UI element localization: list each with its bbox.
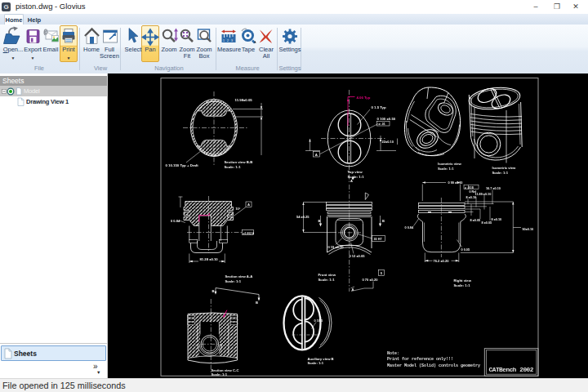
svg-text:16.7 ±0.10: 16.7 ±0.10 [486,187,501,190]
svg-text:Scale: 1:1: Scale: 1:1 [438,167,454,171]
svg-text:0 0.84: 0 0.84 [405,226,414,229]
svg-text:Isometric view: Isometric view [492,166,517,170]
svg-text:B: B [212,289,215,293]
svg-text:Auxiliary view B: Auxiliary view B [308,357,334,361]
svg-text:B: B [382,219,385,223]
svg-text:76.2 ±0.20: 76.2 ±0.20 [434,259,450,263]
svg-text:0 0.05: 0 0.05 [461,248,470,252]
svg-text:Scale: 1:1: Scale: 1:1 [308,361,324,365]
svg-text:30 H7: 30 H7 [374,238,382,241]
svg-text:Right view: Right view [454,278,472,283]
svg-text:8 ±0.05: 8 ±0.05 [482,221,492,225]
svg-text:0 0.84: 0 0.84 [171,219,180,223]
svg-text:A: A [315,153,318,157]
svg-text:A: A [350,179,353,183]
svg-text:0 1.5 Typ: 0 1.5 Typ [372,105,386,109]
svg-text:11.98±0.05: 11.98±0.05 [235,98,253,102]
svg-text:CATBench 2002: CATBench 2002 [489,367,534,373]
svg-text:11.89 ±0.10: 11.89 ±0.10 [475,193,492,196]
svg-text:Section view B-B: Section view B-B [225,160,253,164]
svg-text:Scale: 1:1: Scale: 1:1 [454,283,471,287]
svg-text:8 ±0.10: 8 ±0.10 [492,218,502,221]
svg-text:2: 2 [227,39,229,42]
svg-text:⌀1.002 A: ⌀1.002 A [243,232,255,235]
svg-text:3: 3 [231,39,233,42]
svg-text:8 ±0.05: 8 ±0.05 [470,219,481,222]
svg-text:Front view: Front view [318,273,336,277]
svg-text:0 99 ±0.10: 0 99 ±0.10 [448,181,463,185]
svg-text:Scale: 1:1: Scale: 1:1 [492,171,509,175]
svg-text:Scale: 1:1: Scale: 1:1 [212,372,228,376]
svg-text:Scale: 1:1: Scale: 1:1 [225,279,242,283]
svg-text:1: 1 [223,39,225,42]
svg-text:0 19 ±0.10: 0 19 ±0.10 [328,245,345,249]
svg-text:⌀ .01: ⌀ .01 [379,122,385,126]
svg-text:10°: 10° [236,207,241,211]
svg-text:Scale: 1:1: Scale: 1:1 [225,165,242,169]
svg-text:Master Model (Solid) controls: Master Model (Solid) controls geometry [387,363,480,368]
svg-text:A: A [247,203,250,207]
svg-text:0 12 ±0.05: 0 12 ±0.05 [350,254,366,258]
svg-text:5: 5 [381,271,383,275]
svg-text:22±0.10: 22±0.10 [382,140,394,144]
svg-text:0 100 ±0.50: 0 100 ±0.50 [377,117,396,121]
svg-text:Scale: 1:1: Scale: 1:1 [318,278,336,282]
svg-text:⌀ .05 B: ⌀ .05 B [465,186,474,189]
svg-text:Note:: Note: [387,351,399,356]
svg-text:Top view: Top view [348,170,363,174]
svg-text:Section view A-A: Section view A-A [225,274,253,278]
svg-text:90±0.10: 90±0.10 [523,228,534,231]
svg-text:A: A [352,287,354,292]
svg-text:0 10.5: 0 10.5 [314,319,323,323]
svg-text:Isometric view: Isometric view [438,162,462,166]
svg-text:Print for reference only!!!: Print for reference only!!! [387,357,453,362]
svg-text:54 ±0.25: 54 ±0.25 [296,215,310,219]
svg-text:8 ±0.10: 8 ±0.10 [466,196,477,199]
svg-text:0 10.150 Typ + Draft: 0 10.150 Typ + Draft [166,163,199,167]
svg-text:0 70 ±0.20: 0 70 ±0.20 [363,278,379,282]
svg-text:81.28 ±0.10: 81.28 ±0.10 [200,257,219,261]
svg-text:B: B [318,219,321,223]
svg-text:B: B [256,301,258,305]
svg-text:4.06 Typ: 4.06 Typ [357,96,371,100]
